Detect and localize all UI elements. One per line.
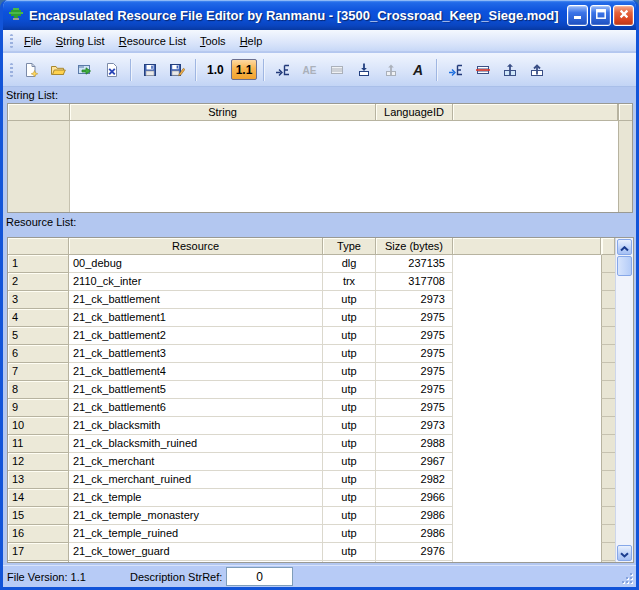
table-row[interactable]: 1021_ck_blacksmithutp2973: [8, 417, 615, 435]
description-strref-input[interactable]: [226, 567, 293, 586]
titlebar[interactable]: Encapsulated Resource File Editor by Ran…: [0, 0, 639, 30]
add-string-button[interactable]: [270, 57, 295, 82]
string-row-header-column: [8, 121, 70, 212]
resource-cell[interactable]: 00_debug: [69, 255, 323, 273]
table-row[interactable]: 721_ck_battlement4utp2975: [8, 363, 615, 381]
folder-import-icon: [77, 62, 93, 78]
type-cell: utp: [323, 291, 376, 309]
resource-cell[interactable]: 21_ck_battlement3: [69, 345, 323, 363]
resource-cell[interactable]: 21_ck_merchant: [69, 453, 323, 471]
new-file-button[interactable]: [18, 57, 43, 82]
import-resource-button[interactable]: [524, 57, 549, 82]
table-row[interactable]: 1121_ck_blacksmith_ruinedutp2988: [8, 435, 615, 453]
menu-tools[interactable]: Tools: [193, 32, 233, 50]
menu-file[interactable]: File: [17, 32, 49, 50]
resource-cell[interactable]: 21_ck_battlement6: [69, 399, 323, 417]
filler-cell: [453, 399, 601, 417]
version-11-button[interactable]: 1.1: [231, 59, 258, 80]
toolbar-grip[interactable]: [10, 63, 13, 77]
export-strings-button[interactable]: [378, 57, 403, 82]
resize-grip[interactable]: [621, 572, 634, 585]
delete-string-button[interactable]: [324, 57, 349, 82]
resource-cell[interactable]: 21_ck_blacksmith: [69, 417, 323, 435]
resource-cell[interactable]: 21_ck_battlement4: [69, 363, 323, 381]
table-row[interactable]: 1221_ck_merchantutp2967: [8, 453, 615, 471]
resource-cell[interactable]: 21_ck_battlement5: [69, 381, 323, 399]
resource-cell[interactable]: 21_ck_battlement2: [69, 327, 323, 345]
table-row[interactable]: 1321_ck_merchant_ruinedutp2982: [8, 471, 615, 489]
type-cell: trx: [323, 273, 376, 291]
edge-cell: [601, 327, 615, 345]
table-row[interactable]: [8, 561, 615, 562]
close-file-button[interactable]: [99, 57, 124, 82]
resource-cell[interactable]: 21_ck_temple_ruined: [69, 525, 323, 543]
edge-cell: [601, 273, 615, 291]
maximize-button[interactable]: [590, 5, 611, 26]
menu-help[interactable]: Help: [233, 32, 270, 50]
import-strings-icon: [356, 62, 372, 78]
edit-description-button[interactable]: A: [405, 57, 430, 82]
table-row[interactable]: 521_ck_battlement2utp2975: [8, 327, 615, 345]
extract-resource-icon: [502, 62, 518, 78]
resource-cell[interactable]: 2110_ck_inter: [69, 273, 323, 291]
maximize-icon: [595, 6, 607, 24]
column-header-size[interactable]: Size (bytes): [376, 238, 453, 255]
scroll-up-button[interactable]: [617, 239, 632, 255]
menu-string-list[interactable]: String List: [49, 32, 112, 50]
toolbar: 1.01.1AEA: [3, 53, 636, 87]
resource-cell[interactable]: 21_ck_blacksmith_ruined: [69, 435, 323, 453]
export-strings-icon: [383, 62, 399, 78]
size-cell: 2967: [376, 453, 453, 471]
close-button[interactable]: [613, 5, 634, 26]
table-row[interactable]: 321_ck_battlementutp2973: [8, 291, 615, 309]
delete-resource-button[interactable]: [470, 57, 495, 82]
table-row[interactable]: 22110_ck_intertrx317708: [8, 273, 615, 291]
table-row[interactable]: 821_ck_battlement5utp2975: [8, 381, 615, 399]
resource-cell[interactable]: 21_ck_temple_monastery: [69, 507, 323, 525]
import-file-button[interactable]: [72, 57, 97, 82]
save-button[interactable]: [137, 57, 162, 82]
size-cell: 317708: [376, 273, 453, 291]
resource-list-table: Resource Type Size (bytes) 100_debugdlg2…: [7, 237, 634, 563]
string-row-header-cell: [8, 104, 70, 121]
resource-cell[interactable]: 21_ck_merchant_ruined: [69, 471, 323, 489]
row-number-cell: 12: [8, 453, 69, 471]
size-cell: 2975: [376, 345, 453, 363]
column-header-string[interactable]: String: [70, 104, 376, 121]
open-file-button[interactable]: [45, 57, 70, 82]
string-list-body: [8, 121, 618, 212]
table-row[interactable]: 1421_ck_templeutp2966: [8, 489, 615, 507]
resource-cell[interactable]: 21_ck_temple: [69, 489, 323, 507]
table-row[interactable]: 621_ck_battlement3utp2975: [8, 345, 615, 363]
menu-resource-list[interactable]: Resource List: [112, 32, 193, 50]
scroll-down-button[interactable]: [617, 545, 632, 561]
edge-cell: [601, 309, 615, 327]
column-header-resource[interactable]: Resource: [69, 238, 323, 255]
filler-cell: [453, 471, 601, 489]
size-cell: 2976: [376, 543, 453, 561]
table-row[interactable]: 1521_ck_temple_monasteryutp2986: [8, 507, 615, 525]
version-10-button[interactable]: 1.0: [202, 59, 229, 80]
minimize-button[interactable]: [567, 5, 588, 26]
save-as-button[interactable]: [164, 57, 189, 82]
resource-cell[interactable]: 21_ck_tower_guard: [69, 543, 323, 561]
table-row[interactable]: 1621_ck_temple_ruinedutp2986: [8, 525, 615, 543]
menubar-grip[interactable]: [10, 34, 13, 48]
scrollbar-thumb[interactable]: [617, 256, 632, 276]
add-resource-button[interactable]: [443, 57, 468, 82]
column-header-type[interactable]: Type: [323, 238, 376, 255]
resource-cell[interactable]: 21_ck_battlement: [69, 291, 323, 309]
type-cell: utp: [323, 327, 376, 345]
column-header-languageid[interactable]: LanguageID: [376, 104, 453, 121]
table-row[interactable]: 421_ck_battlement1utp2975: [8, 309, 615, 327]
edit-string-button[interactable]: AE: [297, 57, 322, 82]
resource-cell[interactable]: 21_ck_battlement1: [69, 309, 323, 327]
filler-cell: [453, 309, 601, 327]
resource-cell[interactable]: [69, 561, 323, 562]
import-strings-button[interactable]: [351, 57, 376, 82]
table-row[interactable]: 100_debugdlg237135: [8, 255, 615, 273]
table-row[interactable]: 921_ck_battlement6utp2975: [8, 399, 615, 417]
extract-resource-button[interactable]: [497, 57, 522, 82]
table-row[interactable]: 1721_ck_tower_guardutp2976: [8, 543, 615, 561]
vertical-scrollbar[interactable]: [615, 238, 633, 562]
